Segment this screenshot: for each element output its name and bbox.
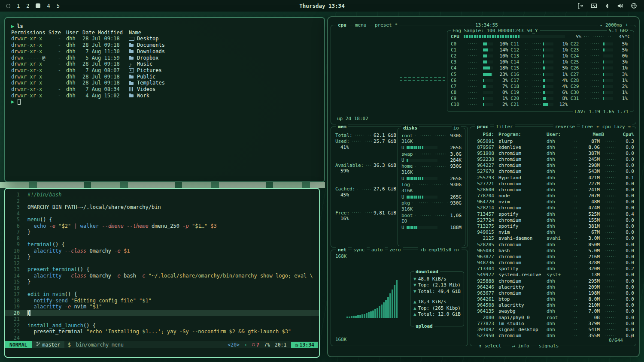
line-number: 24 (5, 335, 27, 341)
process-row[interactable]: 2125avahi-daemonavahi3.0M0.0 (470, 235, 636, 241)
process-row[interactable]: 952238chromiumdhh245M0.0 (470, 157, 636, 163)
process-pid: 964227 (470, 163, 494, 168)
process-row[interactable]: 528214chromiumdhh474M0.0 (470, 205, 636, 211)
code-line: 9terminal() { (5, 241, 319, 248)
workspace-active-indicator[interactable] (36, 3, 40, 8)
prompt-line-empty[interactable]: ▶ (11, 99, 318, 105)
preset-button[interactable]: preset * (373, 22, 399, 28)
process-row[interactable]: 528600chromiumdhh241M0.0 (470, 187, 636, 193)
process-row[interactable]: 925888chromiumdhh295M0.0 (470, 278, 636, 284)
process-cpu-graph (602, 335, 617, 336)
volume-icon[interactable] (617, 3, 623, 9)
sort-next-icon[interactable]: → (628, 124, 631, 130)
header-cpu[interactable]: Cpu% (620, 132, 634, 137)
uptime: up 2d 18:02 (337, 116, 368, 121)
process-row[interactable]: 527678chromiumdhh543M0.0 (470, 169, 636, 175)
process-row[interactable]: 713457spotifydhh525M0.4 (470, 211, 636, 217)
logout-icon[interactable] (577, 3, 583, 9)
process-row[interactable]: 963677chromiumdhh198M0.0 (470, 290, 636, 296)
cpu-total-percent: 5% (568, 34, 581, 39)
process-row[interactable]: 964227chromiumdhh298M0.0 (470, 163, 636, 169)
process-row[interactable]: 527721chromiumdhh727M0.0 (470, 181, 636, 187)
sort-prev-icon[interactable]: ← (597, 124, 600, 130)
statusline-clock: ◷13:34 (291, 342, 318, 348)
command-line[interactable] (5, 348, 319, 357)
net-zero-button[interactable]: zero (388, 247, 403, 253)
scroll-down-icon[interactable]: ↓ (629, 333, 632, 339)
perm-char: @ (42, 55, 45, 61)
disk-used-meter (407, 196, 437, 199)
net-auto-button[interactable]: auto (370, 247, 385, 253)
net-sync-button[interactable]: sync (352, 247, 367, 253)
code-line: 17edit_in_nvim() { (5, 291, 319, 298)
disks-title[interactable]: disks (401, 125, 419, 131)
editor-window[interactable]: 1#!/bin/bash23OMARCHY_BIN_PATH=~/.local/… (4, 188, 320, 358)
leader (571, 244, 578, 245)
bluetooth-icon[interactable] (605, 3, 610, 9)
process-pid: 963677 (470, 290, 494, 296)
process-row[interactable]: 777873lm-studiodhh379M0.0 (470, 320, 636, 326)
folder-icon (129, 56, 134, 60)
header-memory[interactable]: MemB (584, 132, 604, 137)
globe-icon[interactable] (631, 3, 637, 9)
process-row[interactable]: 949015nvimdhh67M0.0 (470, 229, 636, 235)
process-row[interactable]: 964261btopdhh8.0M0.0 (470, 296, 636, 302)
process-row[interactable]: 778704nodedhh707M0.0 (470, 193, 636, 199)
process-row[interactable]: 964508alacrittydhh210M0.0 (470, 302, 636, 308)
core-label: C13 (510, 53, 522, 59)
perm-char: x (21, 80, 24, 86)
process-row[interactable]: 255793Hyprlanddhh421M0.1 (470, 175, 636, 181)
process-row[interactable]: 527724chromiumdhh155M0.0 (470, 217, 636, 223)
process-row[interactable]: 948736chromiumdhh328M0.0 (470, 259, 636, 265)
core-graph (465, 80, 481, 81)
ls-rows: drwxr-xr-x-dhh28 Jul 09:18Desktopdrwxr-x… (11, 36, 318, 99)
interval-decrease[interactable]: - (600, 22, 603, 28)
sort-selector[interactable]: ← cpu lazy → (595, 124, 632, 130)
process-row[interactable]: 528285chromiumdhh850M0.0 (470, 241, 636, 247)
process-list[interactable]: 965091slurpdhh87M0.3879567kdenlivedhh8.0… (470, 138, 636, 339)
tree-button[interactable]: tree (580, 124, 595, 130)
process-row[interactable]: 965091slurpdhh87M0.3 (470, 138, 636, 144)
btop-window[interactable]: cpu menu preset * 13:34:55 - 2000ms + En… (327, 16, 640, 357)
process-row[interactable]: 713304spotifydhh320M0.2 (470, 266, 636, 272)
header-user[interactable]: User: (547, 132, 569, 137)
cpu-core-row: C281% (571, 77, 628, 83)
leader (415, 215, 449, 216)
code-area[interactable]: 1#!/bin/bash23OMARCHY_BIN_PATH=~/.local/… (5, 189, 319, 341)
net-interface[interactable]: ‹b enp191s0 n› (418, 247, 462, 253)
reverse-button[interactable]: reverse (553, 124, 577, 130)
menu-button[interactable]: menu (353, 22, 368, 28)
net-download-graph (346, 257, 407, 318)
workspace-special-icon[interactable] (6, 4, 10, 8)
process-row[interactable]: 965083bashdhh5.0M0.0 (470, 247, 636, 253)
core-meter-fill (603, 42, 605, 45)
process-row[interactable]: 713275spotifydhh381M0.0 (470, 223, 636, 229)
terminal-window-ls[interactable]: ▶ ls Permissions Size User Date Modified… (4, 17, 325, 182)
process-user: dhh (547, 290, 569, 296)
workspace-2[interactable]: 2 (26, 3, 29, 9)
process-row[interactable]: 394092signal-desktopdhh541M0.0 (470, 326, 636, 332)
io-mode-button[interactable]: io (452, 125, 461, 131)
cpu-core-row: C418% (451, 65, 508, 71)
filter-button[interactable]: filter (494, 124, 515, 130)
process-row[interactable]: 879567kdenlivedhh8.0G0.0 (470, 144, 636, 150)
workspace-5[interactable]: 5 (57, 3, 60, 9)
core-percent: 1% (615, 65, 628, 71)
cpu-total-meter (464, 35, 565, 38)
screencast-icon[interactable] (591, 3, 597, 9)
process-row[interactable]: 964246alacrittydhh209M0.0 (470, 284, 636, 290)
header-program[interactable]: Program: (494, 132, 547, 137)
process-user: dhh (547, 308, 569, 314)
disk-used-line: U284K (401, 157, 462, 163)
disk-size: 1,0G (450, 213, 462, 218)
process-row[interactable]: 549972systemd-resolvesyst+13M0.0 (470, 272, 636, 278)
process-row[interactable]: 964720nvimdhh48M0.0 (470, 199, 636, 205)
header-pid[interactable]: Pid: (470, 132, 494, 137)
process-name: chromium (494, 290, 547, 296)
process-row[interactable]: 964135swaybgdhh7.0M0.0 (470, 308, 636, 314)
process-row[interactable]: 951908chromiumdhh387M0.0 (470, 150, 636, 156)
process-row[interactable]: 963877chromiumdhh216M0.0 (470, 253, 636, 259)
workspace-1[interactable]: 1 (17, 3, 20, 9)
workspace-4[interactable]: 4 (47, 3, 50, 9)
process-row[interactable]: 2080napi/phy0-0root0B0.0 (470, 314, 636, 320)
